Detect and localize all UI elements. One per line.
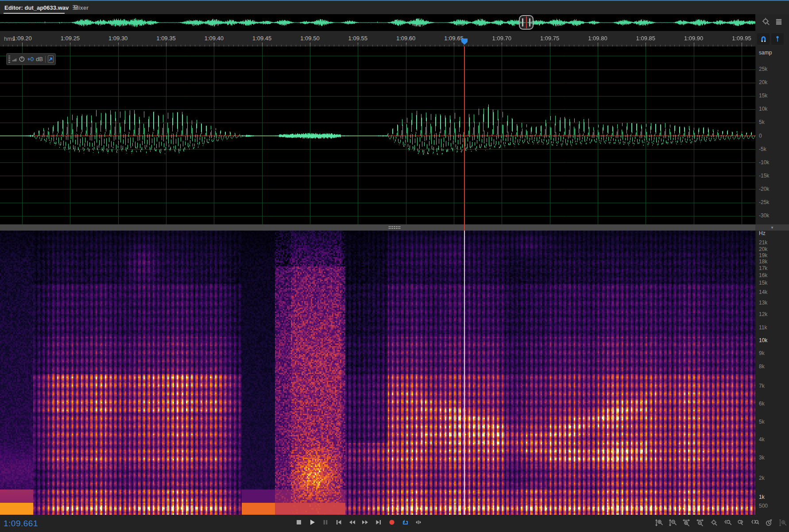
waveform-display[interactable]: [0, 46, 755, 224]
zoom-navigate-button[interactable]: [709, 518, 718, 527]
amplitude-scale-label: -5k: [759, 146, 766, 152]
overview-strip[interactable]: [0, 14, 755, 31]
zoom-navigate-icon: [710, 519, 718, 527]
snap-magnet-icon: [759, 35, 767, 43]
ruler-tick-label: 1:09.40: [205, 35, 224, 42]
frequency-scale-label: 5k: [759, 419, 765, 425]
volume-knob-icon[interactable]: [19, 55, 25, 63]
audition-editor-window: Editor: dut_ap0633.wav ☰ Mixer hms 1:09.…: [0, 0, 789, 532]
amplitude-scale-label: 20k: [759, 79, 767, 85]
overview-waveform[interactable]: [0, 15, 755, 30]
ruler-toolbar: [755, 31, 789, 46]
splitter-grip[interactable]: [389, 226, 400, 229]
transport-stop-button[interactable]: [295, 518, 303, 526]
frequency-scale-label: 9k: [759, 350, 765, 356]
timeline-ruler[interactable]: hms 1:09.201:09.251:09.301:09.351:09.401…: [0, 31, 755, 46]
transport-move-playhead-button[interactable]: [414, 518, 422, 526]
overview-range-handle[interactable]: [519, 15, 534, 30]
panel-list-button[interactable]: [774, 17, 783, 28]
transport-record-button[interactable]: [388, 518, 396, 526]
transport-skip-to-next-button[interactable]: [375, 518, 383, 526]
transport-fast-forward-button[interactable]: [361, 518, 369, 526]
amplitude-scale-label: 10k: [759, 106, 767, 112]
zoom-in-vertically-button[interactable]: [654, 518, 663, 527]
transport-play-button[interactable]: [308, 518, 316, 526]
playhead-line-spectrogram: [464, 231, 465, 515]
gain-value[interactable]: +0: [27, 56, 34, 62]
playhead-time-display[interactable]: 1:09.661: [4, 519, 38, 528]
ruler-tick-label: 1:09.95: [732, 35, 751, 42]
frequency-scale-label: 10k: [759, 337, 767, 343]
frequency-scale-label: 18k: [759, 258, 767, 265]
spectrogram-display[interactable]: [0, 231, 755, 515]
amplitude-scale-label: 25k: [759, 66, 767, 72]
pin-playhead-icon: [774, 35, 781, 43]
amplitude-scale-label: 15k: [759, 93, 767, 99]
handle-right-bar[interactable]: [529, 18, 530, 27]
transport-rewind-button[interactable]: [348, 518, 356, 526]
tab-mixer-label: Mixer: [73, 4, 89, 11]
amplitude-scale-label: -30k: [759, 212, 769, 219]
panel-list-icon: [774, 17, 783, 26]
reset-zoom-button[interactable]: [764, 518, 773, 527]
volume-hud[interactable]: +0 dB: [6, 53, 56, 65]
frequency-scale-label: 21k: [759, 239, 767, 246]
zoom-out-vertically-icon: [669, 519, 677, 527]
hud-separator: [45, 56, 46, 63]
zoom-in-horizontally-icon: [682, 519, 690, 527]
ruler-major-tick: [598, 42, 598, 46]
hud-pin-button[interactable]: [48, 55, 54, 63]
vertical-scale-column[interactable]: samp25k20k15k10k5k0-5k-10k-15k-20k-25k-3…: [755, 46, 789, 515]
frequency-scale-label: 500: [759, 503, 768, 509]
playhead-line-waveform: [464, 46, 465, 231]
handle-left-bar[interactable]: [522, 18, 523, 27]
transport-pause-button[interactable]: [321, 518, 329, 526]
zoom-to-in-point-icon: [723, 519, 731, 527]
zoom-in-vertically-icon: [655, 519, 663, 527]
ruler-major-tick: [646, 42, 646, 46]
frequency-scale-label: 15k: [759, 280, 767, 286]
zoom-out-vertically-button[interactable]: [668, 518, 677, 527]
frequency-scale-label: 7k: [759, 383, 765, 389]
ruler-major-tick: [550, 42, 550, 46]
record-icon: [388, 518, 396, 526]
tab-mixer[interactable]: Mixer: [69, 1, 93, 14]
frequency-scale-label: 16k: [759, 272, 767, 278]
ruler-tick-label: 1:09.90: [684, 35, 703, 42]
reset-zoom-icon: [765, 519, 773, 527]
zoom-navigate-button[interactable]: [761, 17, 770, 28]
frequency-scale-label: 14k: [759, 289, 767, 295]
ruler-major-tick: [262, 42, 263, 46]
zoom-out-horizontally-button[interactable]: [696, 518, 704, 527]
zoom-in-horizontally-button[interactable]: [682, 518, 691, 527]
ruler-tick-label: 1:09.80: [588, 35, 607, 42]
zoom-to-out-point-button[interactable]: [737, 518, 746, 527]
active-tab-underline: [4, 13, 65, 14]
panel-splitter[interactable]: [0, 224, 755, 231]
waveform-panel[interactable]: [0, 46, 755, 224]
snap-magnet-toggle[interactable]: [757, 33, 770, 45]
zoom-to-selection-icon: [751, 519, 759, 527]
stop-icon: [295, 518, 303, 526]
zoom-to-selection-button[interactable]: [750, 518, 759, 527]
hud-drag-grip[interactable]: [8, 55, 10, 63]
amplitude-scale-label: 0: [759, 133, 762, 139]
ruler-tick-label: 1:09.70: [492, 35, 511, 42]
scale-divider-row[interactable]: ▾: [755, 224, 789, 231]
ruler-tick-label: 1:09.50: [300, 35, 319, 42]
zoom-to-in-point-button[interactable]: [723, 518, 732, 527]
frequency-scale-label: 11k: [759, 324, 767, 331]
ruler-tick-label: 1:09.60: [396, 35, 415, 42]
pin-playhead-toggle[interactable]: [771, 33, 784, 45]
amplitude-scale-title: samp: [759, 50, 772, 56]
loop-playback-icon: [401, 518, 409, 526]
skip-to-next-icon: [375, 518, 383, 526]
transport-skip-to-previous-button[interactable]: [335, 518, 343, 526]
transport-loop-playback-button[interactable]: [401, 518, 409, 526]
ruler-major-tick: [22, 42, 23, 46]
ruler-tick-label: 1:09.30: [108, 35, 128, 42]
ruler-tick-label: 1:09.85: [636, 35, 655, 42]
ruler-tick-label: 1:09.35: [156, 35, 175, 42]
spectrogram-panel[interactable]: [0, 231, 755, 515]
ruler-major-tick: [310, 42, 310, 46]
